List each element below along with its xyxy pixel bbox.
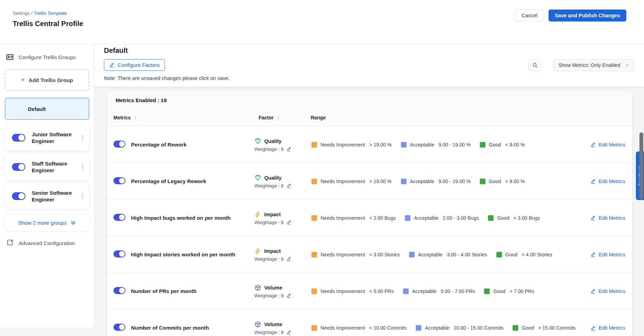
trellis-group-card[interactable]: Senior Software Engineer ⋮ [5, 183, 89, 209]
range-value: > 19.00 % [369, 142, 391, 148]
show-metrics-filter-dropdown[interactable]: Show Metrics: Only Enabled [553, 59, 634, 71]
range-level-label: Needs Improvement [321, 252, 365, 257]
sort-icon[interactable] [133, 116, 138, 120]
column-header-factor[interactable]: Factor [254, 115, 309, 120]
metric-toggle-cell [113, 214, 131, 222]
range-level-label: Acceptable [410, 179, 434, 184]
metric-toggle[interactable] [113, 214, 125, 221]
sort-icon[interactable] [276, 116, 281, 120]
metric-toggle[interactable] [113, 141, 125, 148]
edit-weightage-icon[interactable] [286, 183, 291, 188]
group-toggle[interactable] [12, 134, 25, 142]
factor-name: Impact [264, 212, 281, 217]
table-panel-top: Metrics Enabled : 19 Metrics Factor Rang… [107, 91, 632, 126]
range-level-label: Good [489, 142, 501, 148]
page-title: Trellis Central Profile [13, 20, 83, 28]
factor-name: Volume [264, 322, 282, 327]
metric-row: Number of Commits per month Volume Weigh… [107, 310, 632, 336]
group-toggle[interactable] [12, 192, 25, 200]
lightning-icon [254, 211, 261, 218]
range-level-label: Good [522, 325, 534, 331]
range-level-label: Needs Improvement [321, 215, 365, 221]
edit-metrics-button[interactable]: Edit Metrics [590, 215, 625, 221]
range-value: < 9.00 % [505, 142, 525, 148]
trellis-group-card[interactable]: Staff Software Engineer ⋮ [5, 154, 89, 180]
edit-metrics-button[interactable]: Edit Metrics [590, 288, 625, 294]
range-color-square [513, 325, 518, 331]
add-trellis-group-label: Add Trellis Group [29, 77, 73, 83]
add-trellis-group-button[interactable]: + Add Trellis Group [5, 69, 89, 91]
metric-toggle[interactable] [113, 324, 125, 331]
range-cell: Needs Improvement > 19.00 % Acceptable 9… [309, 142, 584, 148]
toggle-knob [119, 214, 125, 220]
advanced-configuration-button[interactable]: Advanced Configuration [6, 239, 89, 247]
edit-weightage-icon[interactable] [286, 256, 291, 261]
range-cell: Needs Improvement < 2.00 Bugs Acceptable… [309, 215, 584, 221]
pencil-icon [590, 252, 596, 257]
metric-toggle-cell [113, 324, 131, 332]
metric-toggle[interactable] [113, 287, 125, 294]
metric-toggle[interactable] [113, 250, 125, 257]
column-header-metrics[interactable]: Metrics [113, 115, 254, 120]
range-group: Needs Improvement < 2.00 Bugs [311, 215, 396, 221]
range-color-square [403, 288, 409, 294]
metric-toggle[interactable] [113, 177, 125, 184]
kebab-menu-icon[interactable]: ⋮ [79, 193, 86, 199]
edit-weightage-icon[interactable] [286, 293, 291, 298]
breadcrumb-current-link[interactable]: Trellis Template [34, 11, 67, 16]
metric-name: High Impact bugs worked on per month [131, 214, 254, 222]
range-group: Good > 7.00 PRs [484, 288, 534, 294]
group-toggle[interactable] [12, 163, 25, 171]
edit-weightage-icon[interactable] [286, 220, 291, 225]
configure-factors-button[interactable]: Configure Factors [104, 59, 165, 71]
range-cell: Needs Improvement < 3.00 Stories Accepta… [309, 252, 584, 257]
range-cell: Needs Improvement < 5.00 PRs Acceptable … [309, 288, 584, 294]
range-group: Acceptable 2.00 - 3.00 Bugs [405, 215, 479, 221]
range-level-label: Needs Improvement [321, 288, 365, 294]
lightning-icon [254, 248, 261, 255]
metrics-table-panel: Metrics Enabled : 19 Metrics Factor Rang… [107, 91, 632, 336]
range-color-square [480, 179, 485, 184]
kebab-menu-icon[interactable]: ⋮ [79, 164, 86, 170]
range-group: Acceptable 10.00 - 15.00 Commits [416, 325, 503, 331]
edit-metrics-button[interactable]: Edit Metrics [590, 142, 625, 148]
factor-name: Volume [264, 285, 282, 291]
edit-metrics-button[interactable]: Edit Metrics [590, 325, 625, 331]
range-value: 5.00 - 7.00 PRs [441, 288, 475, 294]
factor-cell: Volume Weightage : 8 [254, 321, 309, 335]
range-group: Acceptable 3.00 - 4.00 Stories [409, 252, 487, 257]
range-color-square [480, 142, 485, 148]
configure-factors-label: Configure Factors [118, 62, 160, 68]
edit-metrics-button[interactable]: Edit Metrics [590, 179, 625, 184]
edit-metrics-button[interactable]: Edit Metrics [590, 252, 625, 257]
range-group: Needs Improvement < 10.00 Commits [311, 325, 407, 331]
breadcrumb-separator: / [31, 11, 33, 16]
range-value: 10.00 - 15.00 Commits [454, 325, 504, 331]
range-group: Good < 9.00 % [480, 179, 525, 184]
range-color-square [311, 179, 317, 184]
edit-weightage-icon[interactable] [286, 330, 291, 335]
toggle-knob [119, 178, 125, 183]
search-button[interactable] [528, 59, 541, 71]
range-cell: Needs Improvement < 10.00 Commits Accept… [309, 325, 584, 331]
trellis-group-card[interactable]: Junior Software Engineer ⋮ [5, 125, 89, 151]
range-value: 9.00 - 19.00 % [439, 142, 471, 148]
range-value: < 5.00 PRs [369, 288, 394, 294]
factor-name: Quality [264, 175, 281, 181]
save-publish-button[interactable]: Save and Publish Changes [549, 10, 626, 21]
edit-cell: Edit Metrics [584, 252, 625, 257]
sidebar-item-default[interactable]: Default [5, 98, 89, 120]
weightage-label: Weightage : 8 [254, 256, 284, 262]
pencil-icon [590, 325, 596, 331]
toggle-knob [18, 164, 25, 170]
cancel-button[interactable]: Cancel [515, 10, 544, 21]
vertical-scrollbar-thumb[interactable] [639, 132, 643, 199]
main-content: Default Configure Factors Note: There ar… [94, 44, 644, 336]
edit-weightage-icon[interactable] [286, 147, 291, 151]
range-level-label: Needs Improvement [321, 325, 365, 331]
range-group: Needs Improvement > 19.00 % [311, 179, 392, 184]
show-more-groups-button[interactable]: Show 2 more groups [5, 214, 89, 231]
kebab-menu-icon[interactable]: ⋮ [79, 135, 86, 141]
show-more-label: Show 2 more groups [18, 220, 67, 226]
range-value: 3.00 - 4.00 Stories [447, 252, 487, 257]
